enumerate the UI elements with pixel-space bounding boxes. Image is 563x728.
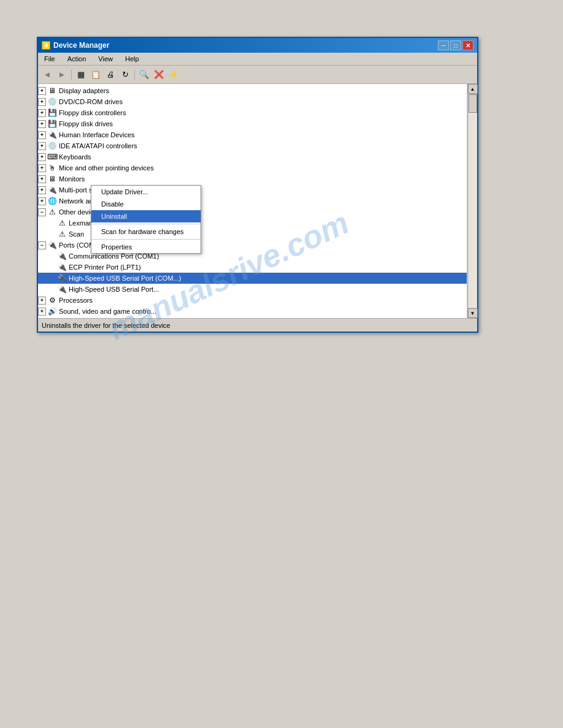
window-title: Device Manager (53, 41, 109, 50)
expand-btn-ide-controllers[interactable]: + (38, 142, 46, 150)
label-ide-controllers: IDE ATA/ATAPI controllers (59, 142, 137, 150)
expand-btn-ports[interactable]: − (38, 241, 46, 249)
icon-display-adapters: 🖥 (47, 86, 57, 96)
uninstall-button[interactable]: ❌ (152, 68, 166, 82)
context-item-update-driver[interactable]: Update Driver... (91, 186, 201, 198)
icon-other-devices: ⚠ (47, 207, 57, 217)
tree-item-usb-serial2[interactable]: 🔌High-Speed USB Serial Port... (38, 284, 467, 295)
tree-item-sound[interactable]: +🔊Sound, video and game contro... (38, 306, 467, 317)
context-menu: Update Driver...DisableUninstallScan for… (91, 185, 201, 254)
back-button[interactable]: ◄ (40, 68, 54, 82)
menu-help[interactable]: Help (121, 54, 143, 64)
icon-floppy-controllers: 💾 (47, 108, 57, 118)
label-scan: Scan (69, 230, 84, 238)
expand-btn-display-adapters[interactable]: + (38, 87, 46, 95)
expand-btn-keyboards[interactable]: + (38, 153, 46, 161)
print-button[interactable]: 🖨 (104, 68, 117, 82)
expand-btn-mice[interactable]: + (38, 164, 46, 172)
title-buttons: ─ □ ✕ (438, 40, 473, 50)
menu-bar: File Action View Help (38, 53, 477, 66)
toolbar-separator-2 (134, 69, 135, 80)
close-button[interactable]: ✕ (462, 40, 473, 50)
icon-dvd-drives: 💿 (47, 97, 57, 107)
scroll-up-button[interactable]: ▲ (468, 84, 478, 94)
context-item-properties[interactable]: Properties (91, 241, 201, 253)
expand-btn-human-interface[interactable]: + (38, 131, 46, 139)
context-item-scan-changes[interactable]: Scan for hardware changes (91, 226, 201, 238)
refresh-button[interactable]: ↻ (118, 68, 132, 82)
expand-btn-monitors[interactable]: + (38, 175, 46, 183)
minimize-button[interactable]: ─ (438, 40, 449, 50)
context-item-disable[interactable]: Disable (91, 198, 201, 210)
tree-item-dvd-drives[interactable]: +💿DVD/CD-ROM drives (38, 96, 467, 107)
icon-multiport: 🔌 (47, 185, 57, 195)
tree-item-usb-serial1[interactable]: 🔌High-Speed USB Serial Port (COM...) (38, 273, 467, 284)
label-processors: Processors (59, 297, 93, 304)
icon-scan: ⚠ (57, 229, 67, 239)
icon-usb-serial1: 🔌 (57, 273, 67, 283)
scroll-thumb[interactable] (469, 94, 477, 113)
window-icon: 🖥 (42, 41, 50, 50)
tree-item-mice[interactable]: +🖱Mice and other pointing devices (38, 162, 467, 173)
tree-item-monitors[interactable]: +🖥Monitors (38, 173, 467, 184)
icon-floppy-drives: 💾 (47, 119, 57, 129)
tree-item-keyboards[interactable]: +⌨Keyboards (38, 151, 467, 162)
maximize-button[interactable]: □ (450, 40, 461, 50)
scan-button[interactable]: 🔍 (137, 68, 151, 82)
tree-item-ide-controllers[interactable]: +💿IDE ATA/ATAPI controllers (38, 140, 467, 151)
label-human-interface: Human Interface Devices (59, 131, 135, 138)
menu-action[interactable]: Action (64, 54, 90, 64)
label-floppy-drives: Floppy disk drives (59, 120, 113, 127)
tree-item-processors[interactable]: +⚙Processors (38, 295, 467, 306)
icon-ide-controllers: 💿 (47, 141, 57, 151)
label-dvd-drives: DVD/CD-ROM drives (59, 98, 123, 105)
expand-btn-other-devices[interactable]: − (38, 208, 46, 216)
expand-btn-sound[interactable]: + (38, 308, 46, 316)
update-driver-button[interactable]: ⚡ (167, 68, 180, 82)
icon-lexmark: ⚠ (57, 218, 67, 228)
icon-monitors: 🖥 (47, 174, 57, 184)
show-computer-button[interactable]: ▦ (74, 68, 88, 82)
scroll-down-button[interactable]: ▼ (468, 308, 478, 318)
label-usb-serial1: High-Speed USB Serial Port (COM...) (69, 275, 181, 282)
expand-btn-multiport[interactable]: + (38, 186, 46, 194)
status-bar: Uninstalls the driver for the selected d… (38, 318, 477, 332)
title-bar: 🖥 Device Manager ─ □ ✕ (38, 38, 477, 53)
tree-item-human-interface[interactable]: +🔌Human Interface Devices (38, 129, 467, 140)
label-sound: Sound, video and game contro... (59, 308, 156, 315)
properties-button[interactable]: 📋 (89, 68, 102, 82)
icon-human-interface: 🔌 (47, 130, 57, 140)
context-item-uninstall[interactable]: Uninstall (91, 210, 201, 222)
icon-sound: 🔊 (47, 306, 57, 316)
icon-keyboards: ⌨ (47, 152, 57, 162)
expand-btn-floppy-controllers[interactable]: + (38, 109, 46, 117)
tree-item-lpt1[interactable]: 🔌ECP Printer Port (LPT1) (38, 262, 467, 273)
scroll-track (469, 94, 477, 308)
icon-processors: ⚙ (47, 295, 57, 305)
status-text: Uninstalls the driver for the selected d… (42, 322, 170, 329)
tree-item-floppy-drives[interactable]: +💾Floppy disk drives (38, 118, 467, 129)
expand-btn-network[interactable]: + (38, 197, 46, 205)
icon-lpt1: 🔌 (57, 262, 67, 272)
toolbar: ◄ ► ▦ 📋 🖨 ↻ 🔍 ❌ ⚡ (38, 66, 477, 84)
label-floppy-controllers: Floppy disk controllers (59, 109, 126, 116)
context-separator (91, 224, 201, 224)
menu-file[interactable]: File (40, 54, 59, 64)
label-monitors: Monitors (59, 175, 85, 183)
tree-item-display-adapters[interactable]: +🖥Display adapters (38, 85, 467, 96)
icon-ports: 🔌 (47, 240, 57, 250)
expand-btn-floppy-drives[interactable]: + (38, 120, 46, 128)
context-separator (91, 239, 201, 240)
label-usb-serial2: High-Speed USB Serial Port... (69, 286, 159, 293)
tree-item-floppy-controllers[interactable]: +💾Floppy disk controllers (38, 107, 467, 118)
menu-view[interactable]: View (94, 54, 117, 64)
label-lpt1: ECP Printer Port (LPT1) (69, 264, 141, 271)
label-keyboards: Keyboards (59, 153, 91, 161)
forward-button[interactable]: ► (55, 68, 69, 82)
label-mice: Mice and other pointing devices (59, 164, 154, 172)
expand-btn-dvd-drives[interactable]: + (38, 98, 46, 106)
scrollbar[interactable]: ▲ ▼ (467, 84, 477, 318)
icon-com1: 🔌 (57, 251, 67, 261)
expand-btn-processors[interactable]: + (38, 297, 46, 305)
toolbar-separator-1 (71, 69, 72, 80)
